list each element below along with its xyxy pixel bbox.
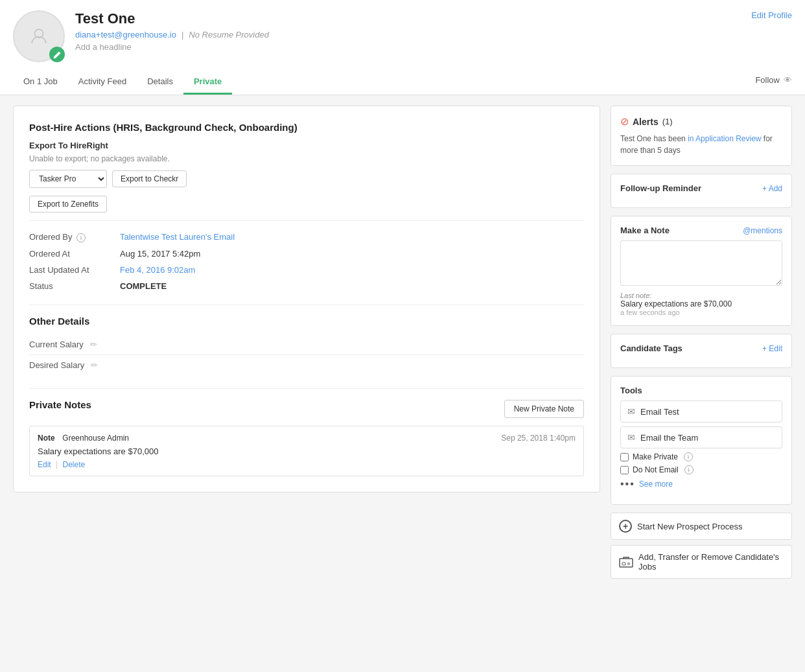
make-note-title: Make a Note [620, 226, 670, 235]
do-not-email-checkbox[interactable] [620, 466, 629, 474]
candidate-tags-edit-link[interactable]: + Edit [762, 344, 782, 353]
add-transfer-remove-button[interactable]: Add, Transfer or Remove Candidate's Jobs [611, 545, 792, 579]
alert-link-text[interactable]: in Application Review [688, 134, 761, 143]
see-more-dots: ••• [620, 478, 635, 490]
make-note-card: Make a Note @mentions Last note: Salary … [611, 216, 792, 326]
main-layout: Post-Hire Actions (HRIS, Background Chec… [0, 95, 805, 594]
make-private-label: Make Private [633, 452, 678, 461]
ordered-at-row: Ordered At Aug 15, 2017 5:42pm [29, 246, 584, 262]
headline-placeholder[interactable]: Add a headline [75, 42, 792, 52]
start-prospect-process-button[interactable]: + Start New Prospect Process [611, 513, 792, 540]
export-hireright-label: Export To HireRight [29, 141, 584, 150]
alerts-body: Test One has been in Application Review … [620, 133, 782, 156]
private-notes-header: Private Notes New Private Note [29, 399, 584, 418]
ordered-at-value: Aug 15, 2017 5:42pm [120, 249, 200, 259]
email-test-button[interactable]: ✉ Email Test [620, 400, 782, 423]
tools-title: Tools [620, 386, 782, 395]
note-meta-left: Note Greenhouse Admin [38, 433, 129, 443]
private-notes-section: Private Notes New Private Note Note Gree… [29, 388, 584, 476]
alerts-count: (1) [662, 117, 673, 126]
do-not-email-info-icon[interactable]: i [684, 465, 694, 474]
no-resume-text: No Resume Provided [189, 30, 269, 40]
candidate-tags-card: Candidate Tags + Edit [611, 334, 792, 368]
followup-add-link[interactable]: + Add [762, 184, 782, 193]
do-not-email-label: Do Not Email [633, 465, 679, 474]
export-checkr-button[interactable]: Export to Checkr [112, 170, 187, 187]
new-private-note-button[interactable]: New Private Note [504, 400, 584, 418]
ordered-by-value[interactable]: Talentwise Test Lauren's Email [120, 232, 235, 242]
edit-profile-button[interactable]: Edit Profile [751, 10, 792, 20]
section-title: Post-Hire Actions (HRIS, Background Chec… [29, 122, 584, 133]
tab-on-1-job[interactable]: On 1 Job [13, 70, 68, 95]
note-delete-link[interactable]: Delete [63, 460, 86, 469]
note-author: Greenhouse Admin [62, 434, 129, 443]
header-info: Test One diana+test@greenhouse.io | No R… [75, 10, 792, 52]
candidate-meta: diana+test@greenhouse.io | No Resume Pro… [75, 30, 792, 40]
content-area: Post-Hire Actions (HRIS, Background Chec… [13, 106, 600, 492]
last-note-time: a few seconds ago [620, 308, 680, 316]
followup-card: Follow-up Reminder + Add [611, 174, 792, 208]
plus-circle-icon: + [619, 520, 632, 533]
ordered-by-row: Ordered By i Talentwise Test Lauren's Em… [29, 229, 584, 246]
status-value: COMPLETE [120, 281, 167, 291]
svg-rect-0 [620, 559, 633, 567]
make-private-row: Make Private i [620, 452, 782, 461]
email-team-button[interactable]: ✉ Email the Team [620, 426, 782, 448]
email-team-label: Email the Team [640, 433, 698, 443]
tab-activity-feed[interactable]: Activity Feed [68, 70, 137, 95]
package-select[interactable]: Tasker Pro [29, 170, 107, 188]
add-jobs-label: Add, Transfer or Remove Candidate's Jobs [638, 552, 784, 572]
tab-private[interactable]: Private [183, 70, 232, 95]
follow-area: Follow 👁 [755, 75, 792, 90]
current-salary-row: Current Salary ✏ [29, 334, 584, 355]
details-table: Ordered By i Talentwise Test Lauren's Em… [29, 220, 584, 294]
email-icon: ✉ [627, 406, 635, 417]
ordered-by-info-icon[interactable]: i [76, 233, 86, 242]
current-salary-edit-icon[interactable]: ✏ [90, 340, 97, 349]
tools-card: Tools ✉ Email Test ✉ Email the Team Make… [611, 376, 792, 505]
last-updated-value[interactable]: Feb 4, 2016 9:02am [120, 265, 195, 275]
zenefits-btn-row: Export to Zenefits [29, 196, 584, 213]
last-updated-row: Last Updated At Feb 4, 2016 9:02am [29, 262, 584, 278]
last-note-label: Last note: [620, 292, 651, 299]
avatar-wrapper [13, 10, 65, 62]
see-more-row: ••• See more [620, 478, 782, 490]
alert-message: has been [653, 134, 688, 143]
follow-button[interactable]: Follow [755, 75, 780, 85]
edit-avatar-button[interactable] [49, 47, 65, 62]
make-private-checkbox[interactable] [620, 453, 629, 461]
last-note-text: Salary expectations are $70,000 [620, 299, 732, 308]
note-label: Note [38, 434, 55, 443]
export-zenefits-button[interactable]: Export to Zenefits [29, 196, 107, 213]
alerts-title: Alerts [633, 117, 659, 127]
jobs-icon [619, 555, 633, 568]
desired-salary-edit-icon[interactable]: ✏ [91, 360, 98, 370]
candidate-tags-header: Candidate Tags + Edit [620, 343, 782, 353]
last-updated-label: Last Updated At [29, 265, 120, 275]
candidate-tags-title: Candidate Tags [620, 343, 682, 353]
tab-details[interactable]: Details [137, 70, 183, 95]
note-edit-link[interactable]: Edit [38, 460, 51, 469]
last-note-area: Last note: Salary expectations are $70,0… [620, 292, 782, 316]
other-details-section: Other Details Current Salary ✏ Desired S… [29, 316, 584, 375]
sidebar: ⊘ Alerts (1) Test One has been in Applic… [611, 106, 792, 584]
candidate-email[interactable]: diana+test@greenhouse.io [75, 30, 176, 40]
section-divider [29, 305, 584, 305]
note-textarea[interactable] [620, 240, 782, 286]
tabs: On 1 Job Activity Feed Details Private [13, 70, 232, 95]
make-private-info-icon[interactable]: i [684, 452, 693, 461]
eye-icon: 👁 [784, 75, 792, 85]
user-icon [27, 25, 51, 48]
status-label: Status [29, 281, 120, 291]
mentions-link[interactable]: @mentions [743, 226, 782, 235]
transfer-icon [619, 555, 633, 568]
alerts-header: ⊘ Alerts (1) [620, 115, 782, 128]
status-row: Status COMPLETE [29, 278, 584, 294]
desired-salary-row: Desired Salary ✏ [29, 355, 584, 375]
svg-rect-1 [622, 562, 625, 565]
see-more-link[interactable]: See more [639, 480, 673, 489]
followup-header: Follow-up Reminder + Add [620, 183, 782, 193]
email-test-label: Email Test [640, 407, 679, 417]
do-not-email-row: Do Not Email i [620, 465, 782, 474]
followup-title: Follow-up Reminder [620, 183, 701, 193]
